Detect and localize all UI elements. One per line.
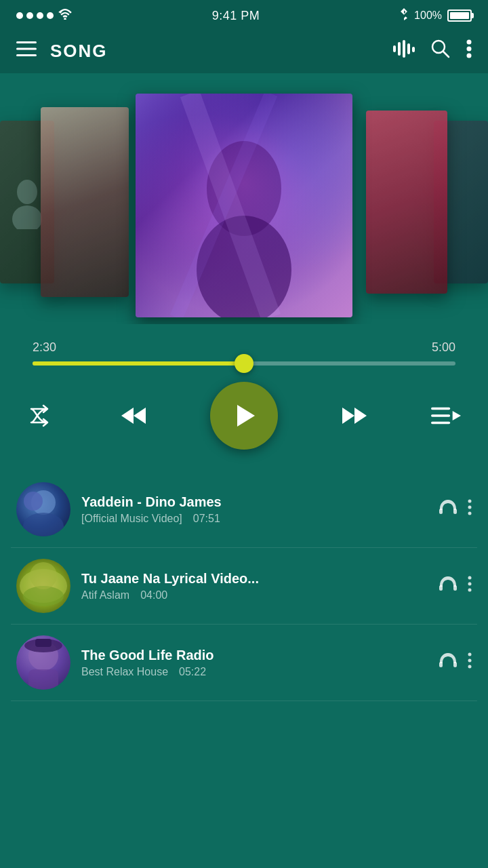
svg-rect-1 xyxy=(16,41,37,43)
signal-dots xyxy=(16,12,54,19)
current-time: 2:30 xyxy=(33,340,56,355)
song-info: The Good Life Radio Best Relax House 05:… xyxy=(81,648,428,678)
album-carousel[interactable] xyxy=(0,80,488,324)
svg-marker-23 xyxy=(237,405,255,427)
headphone-icon[interactable] xyxy=(439,576,457,595)
song-thumbnail xyxy=(16,559,70,613)
svg-rect-28 xyxy=(431,422,450,425)
status-bar: 9:41 PM 100% xyxy=(0,0,488,28)
svg-rect-33 xyxy=(439,509,443,514)
battery-icon xyxy=(447,9,472,22)
song-subtitle: Best Relax House xyxy=(81,666,168,678)
headphone-icon[interactable] xyxy=(439,653,457,672)
svg-point-44 xyxy=(468,583,472,586)
list-item[interactable]: Tu Jaane Na Lyrical Video... Atif Aslam … xyxy=(11,548,477,625)
shuffle-button[interactable] xyxy=(27,401,57,431)
song-actions xyxy=(439,499,472,519)
svg-point-43 xyxy=(468,576,472,580)
song-more-icon[interactable] xyxy=(468,576,472,596)
svg-line-10 xyxy=(443,52,449,57)
song-subtitle: Atif Aslam xyxy=(81,589,129,601)
svg-point-32 xyxy=(23,513,64,536)
svg-rect-49 xyxy=(35,639,52,647)
wifi-icon xyxy=(58,9,73,23)
forward-button[interactable] xyxy=(340,401,369,431)
song-actions xyxy=(439,652,472,673)
svg-point-0 xyxy=(64,18,66,20)
battery-percent: 100% xyxy=(414,9,442,22)
queue-button[interactable] xyxy=(431,401,461,431)
svg-point-11 xyxy=(467,40,472,45)
svg-point-37 xyxy=(468,512,472,515)
svg-point-31 xyxy=(24,492,43,511)
svg-point-12 xyxy=(467,47,472,52)
svg-rect-2 xyxy=(16,48,37,50)
status-right: 100% xyxy=(399,8,472,23)
song-duration: 04:00 xyxy=(140,589,167,601)
carousel-container xyxy=(0,80,488,324)
svg-point-53 xyxy=(468,659,472,663)
song-duration: 07:51 xyxy=(193,513,220,525)
album-art-left[interactable] xyxy=(41,107,129,297)
equalizer-icon[interactable] xyxy=(393,40,415,62)
svg-rect-8 xyxy=(412,47,415,52)
album-art-center[interactable] xyxy=(136,94,352,317)
more-options-icon[interactable] xyxy=(466,39,472,62)
playback-controls xyxy=(0,371,488,466)
svg-rect-3 xyxy=(16,54,37,56)
svg-rect-50 xyxy=(439,662,443,667)
svg-rect-7 xyxy=(407,43,410,54)
svg-point-45 xyxy=(468,589,472,592)
song-more-icon[interactable] xyxy=(468,499,472,519)
svg-rect-27 xyxy=(431,414,450,417)
song-meta: Best Relax House 05:22 xyxy=(81,666,428,678)
header-actions xyxy=(393,39,472,62)
progress-bar[interactable] xyxy=(33,361,455,366)
list-item[interactable]: The Good Life Radio Best Relax House 05:… xyxy=(11,625,477,701)
svg-rect-42 xyxy=(453,585,457,591)
song-duration: 05:22 xyxy=(179,666,206,678)
bluetooth-icon xyxy=(399,8,409,23)
song-title: Yaddein - Dino James xyxy=(81,494,428,510)
svg-point-13 xyxy=(467,54,472,58)
svg-marker-21 xyxy=(121,408,134,424)
svg-rect-5 xyxy=(398,42,401,56)
song-info: Tu Jaane Na Lyrical Video... Atif Aslam … xyxy=(81,571,428,601)
play-button[interactable] xyxy=(210,382,278,450)
rewind-button[interactable] xyxy=(119,401,148,431)
status-time: 9:41 PM xyxy=(212,9,260,23)
headphone-icon[interactable] xyxy=(439,500,457,519)
song-meta: [Official Music Video] 07:51 xyxy=(81,513,428,525)
svg-rect-41 xyxy=(439,585,443,591)
song-title: Tu Jaane Na Lyrical Video... xyxy=(81,571,428,587)
svg-rect-26 xyxy=(431,408,450,410)
song-list: Yaddein - Dino James [Official Music Vid… xyxy=(0,471,488,701)
page-title: SONG xyxy=(50,41,393,62)
svg-point-14 xyxy=(17,180,37,204)
svg-marker-24 xyxy=(342,408,354,424)
song-subtitle: [Official Music Video] xyxy=(81,513,182,525)
svg-point-54 xyxy=(468,665,472,669)
total-time: 5:00 xyxy=(432,340,455,355)
song-info: Yaddein - Dino James [Official Music Vid… xyxy=(81,494,428,525)
song-actions xyxy=(439,576,472,596)
svg-point-40 xyxy=(30,562,57,589)
progress-section: 2:30 5:00 xyxy=(0,324,488,371)
progress-times: 2:30 5:00 xyxy=(33,340,455,355)
svg-marker-22 xyxy=(134,408,146,424)
list-item[interactable]: Yaddein - Dino James [Official Music Vid… xyxy=(11,471,477,548)
search-icon[interactable] xyxy=(431,39,450,62)
album-art-right[interactable] xyxy=(366,111,447,294)
svg-rect-34 xyxy=(453,509,457,514)
menu-button[interactable] xyxy=(16,41,37,60)
song-meta: Atif Aslam 04:00 xyxy=(81,589,428,601)
svg-rect-51 xyxy=(453,662,457,667)
status-left xyxy=(16,9,73,23)
header: SONG xyxy=(0,28,488,73)
svg-marker-25 xyxy=(354,408,367,424)
song-thumbnail xyxy=(16,635,70,690)
svg-rect-4 xyxy=(393,45,396,52)
svg-rect-47 xyxy=(28,669,58,690)
song-more-icon[interactable] xyxy=(468,652,472,673)
song-thumbnail xyxy=(16,482,70,536)
